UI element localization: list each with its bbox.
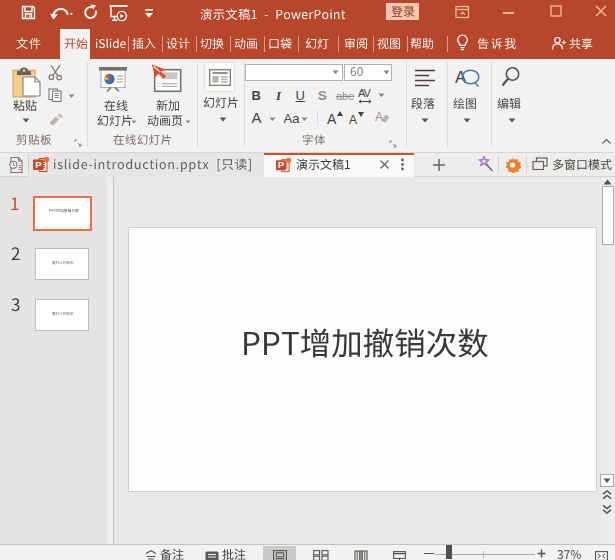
svg-text:A: A	[455, 68, 467, 87]
svg-text:P: P	[35, 159, 42, 170]
svg-text:P: P	[278, 160, 284, 170]
svg-text:A: A	[375, 110, 383, 124]
